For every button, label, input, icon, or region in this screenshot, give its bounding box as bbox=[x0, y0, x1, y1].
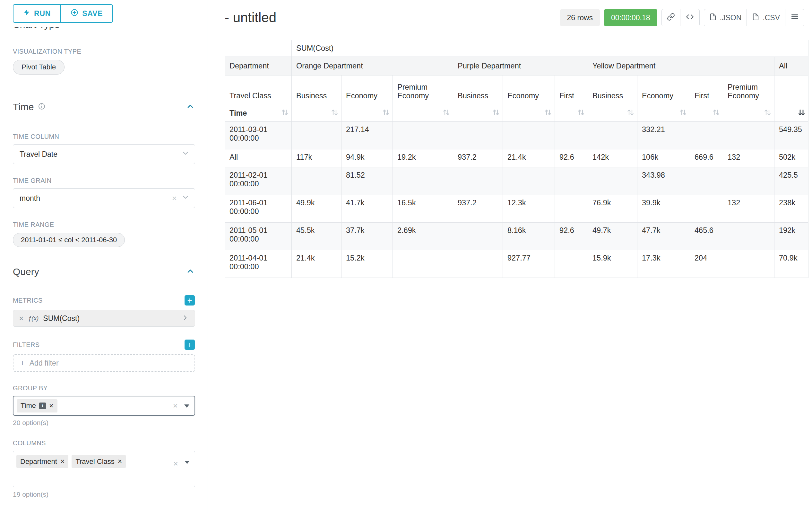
control-panel-scroll[interactable]: Chart Type VISUALIZATION TYPE Pivot Tabl… bbox=[0, 0, 208, 514]
columns-tag-label: Travel Class bbox=[76, 457, 114, 466]
group-by-tag[interactable]: Time i × bbox=[17, 399, 57, 412]
pivot-sort-header[interactable] bbox=[723, 105, 775, 122]
clear-icon[interactable]: × bbox=[173, 401, 178, 411]
pivot-sort-header[interactable] bbox=[690, 105, 723, 122]
chevron-up-icon[interactable] bbox=[186, 102, 195, 112]
pivot-cell: 238k bbox=[775, 195, 809, 223]
query-section-header[interactable]: Query bbox=[13, 266, 195, 277]
query-section-title: Query bbox=[13, 266, 39, 277]
sort-arrows-icon[interactable] bbox=[798, 109, 805, 118]
chevron-right-icon[interactable] bbox=[181, 314, 189, 323]
pivot-department-label: Department bbox=[225, 57, 292, 76]
clear-icon[interactable]: × bbox=[172, 193, 177, 204]
pivot-sort-header[interactable] bbox=[775, 105, 809, 122]
add-metric-button[interactable]: + bbox=[184, 295, 195, 305]
sort-arrows-icon[interactable] bbox=[713, 109, 720, 118]
time-range-pill[interactable]: 2011-01-01 ≤ col < 2011-06-30 bbox=[13, 233, 125, 247]
sort-arrows-icon[interactable] bbox=[493, 109, 499, 118]
pivot-table-container: SUM(Cost)DepartmentOrange DepartmentPurp… bbox=[225, 40, 804, 278]
pivot-cell: 39.9k bbox=[637, 195, 690, 223]
export-csv-button[interactable]: .CSV bbox=[747, 9, 785, 26]
pivot-time-label[interactable]: Time bbox=[225, 105, 292, 122]
link-icon bbox=[667, 13, 675, 23]
export-csv-label: .CSV bbox=[762, 13, 780, 22]
embed-code-button[interactable] bbox=[680, 9, 700, 26]
pivot-class-header: Business bbox=[453, 76, 503, 105]
pivot-metric-header: SUM(Cost) bbox=[292, 40, 809, 57]
pivot-cell: 94.9k bbox=[342, 150, 393, 167]
pivot-row: All117k94.9k19.2k937.221.4k92.6142k106k6… bbox=[225, 150, 809, 167]
sort-arrows-icon[interactable] bbox=[282, 109, 288, 118]
pivot-cell: 465.6 bbox=[690, 223, 723, 250]
metric-chip[interactable]: × ƒ(x) SUM(Cost) bbox=[13, 310, 195, 327]
pivot-sort-header[interactable] bbox=[393, 105, 453, 122]
sort-arrows-icon[interactable] bbox=[545, 109, 551, 118]
bolt-icon bbox=[23, 9, 30, 18]
pivot-department-header: Yellow Department bbox=[588, 57, 775, 76]
pivot-sort-header[interactable] bbox=[292, 105, 342, 122]
remove-metric-icon[interactable]: × bbox=[19, 314, 24, 323]
pivot-sort-header[interactable] bbox=[637, 105, 690, 122]
remove-tag-icon[interactable]: × bbox=[60, 457, 64, 466]
sort-arrows-icon[interactable] bbox=[627, 109, 634, 118]
sort-arrows-icon[interactable] bbox=[680, 109, 687, 118]
pivot-cell bbox=[453, 122, 503, 150]
remove-tag-icon[interactable]: × bbox=[49, 402, 53, 410]
pivot-sort-header[interactable] bbox=[555, 105, 588, 122]
run-save-group: RUN SAVE bbox=[13, 4, 113, 23]
info-circle-icon bbox=[38, 103, 46, 111]
fx-icon: ƒ(x) bbox=[28, 315, 39, 322]
sort-arrows-icon[interactable] bbox=[764, 109, 771, 118]
pivot-cell: 76.9k bbox=[588, 195, 637, 223]
pivot-class-header: Premium Economy bbox=[393, 76, 453, 105]
pivot-cell: 937.2 bbox=[453, 195, 503, 223]
time-column-select[interactable]: Travel Date bbox=[13, 144, 195, 164]
pivot-cell bbox=[690, 195, 723, 223]
run-button[interactable]: RUN bbox=[13, 5, 61, 22]
pivot-cell: 12.3k bbox=[503, 195, 555, 223]
pivot-cell: 343.98 bbox=[637, 167, 690, 195]
pivot-cell bbox=[723, 223, 775, 250]
more-options-button[interactable] bbox=[785, 9, 804, 26]
sort-arrows-icon[interactable] bbox=[578, 109, 584, 118]
group-by-select[interactable]: Time i × × bbox=[13, 396, 195, 416]
pivot-cell: 204 bbox=[690, 250, 723, 278]
row-count-badge: 26 rows bbox=[560, 9, 600, 26]
visualization-type-label: VISUALIZATION TYPE bbox=[13, 48, 195, 55]
time-section-header[interactable]: Time bbox=[13, 102, 195, 112]
pivot-department-header: Orange Department bbox=[292, 57, 453, 76]
remove-tag-icon[interactable]: × bbox=[118, 457, 122, 466]
add-filter-button[interactable]: + Add filter bbox=[13, 354, 195, 372]
pivot-cell: 45.5k bbox=[292, 223, 342, 250]
pivot-cell bbox=[453, 223, 503, 250]
chevron-up-icon[interactable] bbox=[186, 267, 195, 277]
add-filter-plus-button[interactable]: + bbox=[184, 340, 195, 350]
pivot-cell bbox=[555, 250, 588, 278]
chart-title[interactable]: - untitled bbox=[225, 10, 276, 25]
columns-label: COLUMNS bbox=[13, 439, 195, 447]
sort-arrows-icon[interactable] bbox=[443, 109, 450, 118]
save-button[interactable]: SAVE bbox=[61, 5, 112, 22]
pivot-sort-header[interactable] bbox=[503, 105, 555, 122]
pivot-sort-header[interactable] bbox=[588, 105, 637, 122]
run-button-label: RUN bbox=[34, 9, 51, 18]
pivot-cell: 19.2k bbox=[393, 150, 453, 167]
pivot-cell: 37.7k bbox=[342, 223, 393, 250]
share-link-button[interactable] bbox=[662, 9, 680, 26]
pivot-cell bbox=[503, 122, 555, 150]
time-grain-select[interactable]: month × bbox=[13, 188, 195, 208]
filters-label: FILTERS bbox=[13, 341, 40, 349]
clear-icon[interactable]: × bbox=[173, 459, 178, 469]
pivot-cell: 117k bbox=[292, 150, 342, 167]
sort-arrows-icon[interactable] bbox=[331, 109, 338, 118]
sort-arrows-icon[interactable] bbox=[383, 109, 389, 118]
pivot-cell: 927.77 bbox=[503, 250, 555, 278]
export-json-button[interactable]: .JSON bbox=[704, 9, 747, 26]
pivot-cell: 81.52 bbox=[342, 167, 393, 195]
columns-select[interactable]: Department × Travel Class × × bbox=[13, 451, 195, 487]
columns-tag[interactable]: Travel Class × bbox=[71, 455, 126, 468]
pivot-sort-header[interactable] bbox=[453, 105, 503, 122]
pivot-sort-header[interactable] bbox=[342, 105, 393, 122]
viz-type-pill[interactable]: Pivot Table bbox=[13, 60, 64, 75]
columns-tag[interactable]: Department × bbox=[17, 455, 68, 468]
